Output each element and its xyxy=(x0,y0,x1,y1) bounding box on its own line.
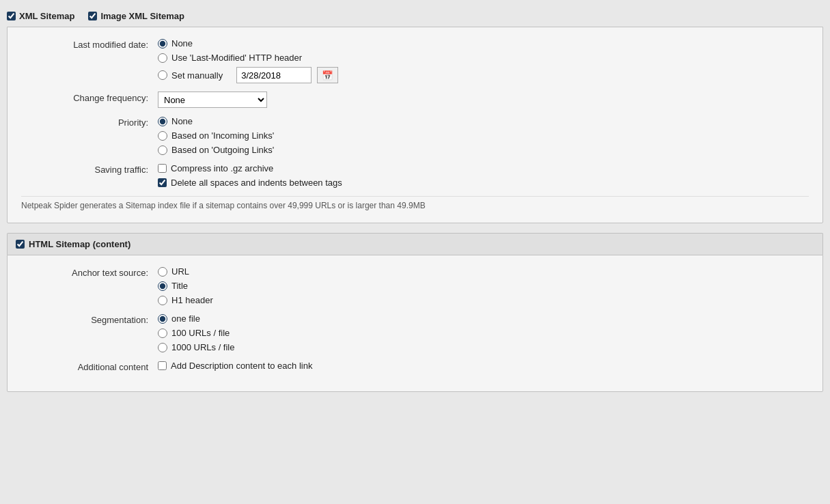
seg-1000-radio[interactable] xyxy=(158,343,167,352)
calendar-icon: 📅 xyxy=(322,70,333,81)
seg-one-radio[interactable] xyxy=(158,314,167,324)
image-xml-sitemap-label[interactable]: Image XML Sitemap xyxy=(100,11,184,21)
anchor-text-source-row: Anchor text source: URL Title H1 header xyxy=(21,266,809,305)
anchor-text-source-label: Anchor text source: xyxy=(21,266,158,278)
seg-1000-row: 1000 URLs / file xyxy=(158,342,235,352)
html-sitemap-checkbox[interactable] xyxy=(16,240,25,249)
lmd-manual-label[interactable]: Set manually xyxy=(171,70,223,81)
priority-label: Priority: xyxy=(21,116,158,128)
ats-url-row: URL xyxy=(158,266,213,277)
ats-h1-label[interactable]: H1 header xyxy=(171,295,213,305)
html-section-body: Anchor text source: URL Title H1 header … xyxy=(7,255,823,392)
segmentation-label: Segmentation: xyxy=(21,313,158,325)
priority-none-row: None xyxy=(158,116,274,126)
saving-traffic-label: Saving traffic: xyxy=(21,163,158,175)
priority-none-radio[interactable] xyxy=(158,117,167,126)
change-frequency-select[interactable]: None Always Hourly Daily Weekly Monthly … xyxy=(158,92,267,108)
lmd-http-row: Use 'Last-Modified' HTTP header xyxy=(158,53,338,63)
xml-sitemap-label[interactable]: XML Sitemap xyxy=(19,11,74,21)
lmd-manual-radio[interactable] xyxy=(158,70,167,80)
image-xml-sitemap-checkbox[interactable] xyxy=(88,12,97,20)
ats-h1-row: H1 header xyxy=(158,295,213,305)
ats-title-radio[interactable] xyxy=(158,281,167,291)
delete-spaces-row: Delete all spaces and indents between ta… xyxy=(158,178,342,188)
compress-checkbox[interactable] xyxy=(158,164,167,173)
anchor-text-source-controls: URL Title H1 header xyxy=(158,266,213,305)
xml-section-body: Last modified date: None Use 'Last-Modif… xyxy=(7,27,823,223)
priority-outgoing-radio[interactable] xyxy=(158,145,167,155)
delete-spaces-checkbox[interactable] xyxy=(158,178,167,187)
xml-info-text: Netpeak Spider generates a Sitemap index… xyxy=(21,196,809,212)
priority-row: Priority: None Based on 'Incoming Links'… xyxy=(21,116,809,155)
priority-incoming-label[interactable]: Based on 'Incoming Links' xyxy=(171,130,274,141)
xml-sitemap-item: XML Sitemap xyxy=(7,11,74,21)
html-sitemap-section-header: HTML Sitemap (content) xyxy=(7,233,823,255)
top-checkboxes-bar: XML Sitemap Image XML Sitemap xyxy=(7,7,823,27)
priority-outgoing-row: Based on 'Outgoing Links' xyxy=(158,145,274,155)
additional-content-label: Additional content xyxy=(21,361,158,372)
lmd-none-radio[interactable] xyxy=(158,39,167,48)
add-desc-checkbox[interactable] xyxy=(158,361,167,370)
priority-incoming-radio[interactable] xyxy=(158,131,167,141)
ats-title-row: Title xyxy=(158,281,213,291)
lmd-manual-row: Set manually xyxy=(158,70,223,81)
compress-label[interactable]: Compress into .gz archive xyxy=(171,163,273,173)
lmd-http-label[interactable]: Use 'Last-Modified' HTTP header xyxy=(171,53,302,63)
xml-sitemap-checkbox[interactable] xyxy=(7,12,16,20)
change-frequency-label: Change frequency: xyxy=(21,92,158,103)
date-input[interactable] xyxy=(236,67,312,83)
seg-100-row: 100 URLs / file xyxy=(158,328,235,338)
image-xml-sitemap-item: Image XML Sitemap xyxy=(88,11,184,21)
ats-title-label[interactable]: Title xyxy=(171,281,188,291)
date-input-row: 📅 xyxy=(236,67,338,83)
lmd-none-row: None xyxy=(158,38,338,48)
seg-100-label[interactable]: 100 URLs / file xyxy=(171,328,230,338)
last-modified-date-label: Last modified date: xyxy=(21,38,158,50)
ats-url-label[interactable]: URL xyxy=(171,266,189,277)
saving-traffic-controls: Compress into .gz archive Delete all spa… xyxy=(158,163,342,188)
change-frequency-row: Change frequency: None Always Hourly Dai… xyxy=(21,92,809,108)
additional-content-controls: Add Description content to each link xyxy=(158,361,312,371)
seg-one-row: one file xyxy=(158,313,235,324)
html-sitemap-header-label[interactable]: HTML Sitemap (content) xyxy=(29,239,130,249)
delete-spaces-label[interactable]: Delete all spaces and indents between ta… xyxy=(171,178,342,188)
add-desc-label[interactable]: Add Description content to each link xyxy=(171,361,312,371)
lmd-http-radio[interactable] xyxy=(158,53,167,63)
add-desc-row: Add Description content to each link xyxy=(158,361,312,371)
segmentation-controls: one file 100 URLs / file 1000 URLs / fil… xyxy=(158,313,235,352)
priority-outgoing-label[interactable]: Based on 'Outgoing Links' xyxy=(171,145,274,155)
last-modified-date-controls: None Use 'Last-Modified' HTTP header Set… xyxy=(158,38,338,83)
seg-one-label[interactable]: one file xyxy=(171,313,200,324)
compress-row: Compress into .gz archive xyxy=(158,163,342,173)
lmd-none-label[interactable]: None xyxy=(171,38,193,48)
last-modified-date-row: Last modified date: None Use 'Last-Modif… xyxy=(21,38,809,83)
segmentation-row: Segmentation: one file 100 URLs / file 1… xyxy=(21,313,809,352)
ats-url-radio[interactable] xyxy=(158,267,167,277)
change-frequency-controls: None Always Hourly Daily Weekly Monthly … xyxy=(158,92,267,108)
priority-none-label[interactable]: None xyxy=(171,116,193,126)
seg-1000-label[interactable]: 1000 URLs / file xyxy=(171,342,235,352)
saving-traffic-row: Saving traffic: Compress into .gz archiv… xyxy=(21,163,809,188)
seg-100-radio[interactable] xyxy=(158,328,167,338)
ats-h1-radio[interactable] xyxy=(158,296,167,305)
additional-content-row: Additional content Add Description conte… xyxy=(21,361,809,372)
priority-controls: None Based on 'Incoming Links' Based on … xyxy=(158,116,274,155)
priority-incoming-row: Based on 'Incoming Links' xyxy=(158,130,274,141)
calendar-button[interactable]: 📅 xyxy=(317,67,338,83)
